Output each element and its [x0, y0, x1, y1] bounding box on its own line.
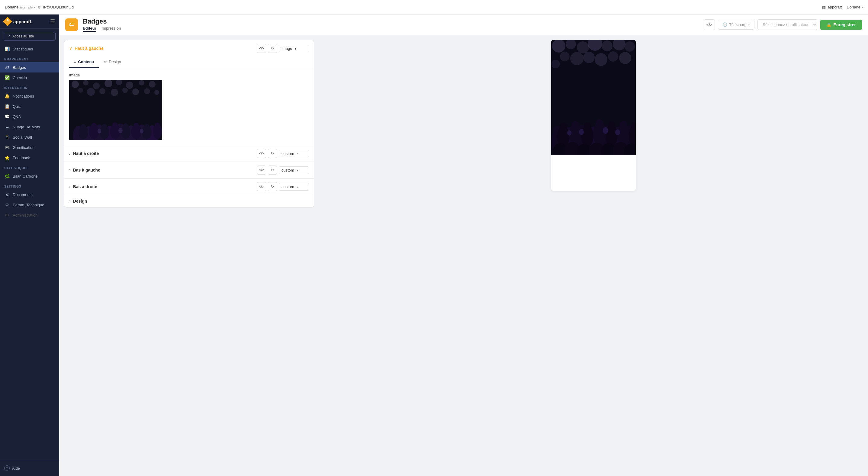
svg-point-50	[118, 128, 123, 133]
image-preview[interactable]	[69, 80, 162, 140]
topbar: Doriane Exemple ▾ # IPtoODQLktuhOd ▦ app…	[0, 0, 868, 14]
haut-droite-refresh-btn[interactable]: ↻	[268, 149, 277, 158]
chevron-down-icon: ▾	[34, 5, 35, 9]
sidebar-item-param[interactable]: ⚙ Param. Technique	[0, 200, 59, 210]
access-site-button[interactable]: ↗ Accès au site	[4, 32, 56, 41]
page-header: 🏷 Badges Editeur Impression </> 🕐 Téléch…	[59, 14, 868, 35]
bas-gauche-type-select[interactable]: custom ›	[279, 166, 309, 174]
refresh-icon: ↻	[271, 46, 274, 51]
topbar-right: ▦ appcraft Doriane ▾	[822, 5, 863, 9]
gamification-label: Gamification	[13, 145, 34, 150]
sidebar-item-badges[interactable]: 🏷 Badges	[0, 62, 59, 72]
svg-point-59	[625, 41, 635, 52]
sidebar-item-quiz[interactable]: 📋 Quiz	[0, 101, 59, 112]
main-split: ∨ Haut à gauche </> ↻ image ▾	[59, 35, 868, 476]
svg-point-4	[104, 80, 112, 87]
sidebar-item-feedback[interactable]: ⭐ Feedback	[0, 153, 59, 163]
svg-point-86	[584, 122, 591, 130]
bas-droite-code-btn[interactable]: </>	[257, 182, 266, 191]
topbar-user-section[interactable]: Doriane Exemple ▾	[5, 5, 35, 9]
grid-icon: ▦	[822, 5, 826, 9]
chevron-right-icon-3: ›	[69, 184, 71, 189]
topbar-appcraft[interactable]: ▦ appcraft	[822, 5, 842, 9]
help-icon: ?	[4, 466, 10, 471]
sidebar-item-nuage[interactable]: ☁ Nuage De Mots	[0, 122, 59, 132]
nuage-icon: ☁	[4, 124, 10, 129]
page-tabs: Editeur Impression	[83, 25, 126, 32]
section-type-select[interactable]: image ▾	[279, 45, 309, 52]
topbar-sub: Exemple	[20, 5, 33, 9]
save-label: Enregistrer	[833, 22, 856, 27]
content-tabs: ≡ Contenu ✏ Design	[64, 57, 314, 68]
help-button[interactable]: ? Aide	[0, 463, 59, 474]
bas-gauche-code-btn[interactable]: </>	[257, 165, 266, 174]
svg-point-60	[560, 52, 569, 61]
svg-point-62	[583, 52, 595, 63]
save-button[interactable]: 🔒 Enregistrer	[820, 20, 862, 30]
svg-point-90	[608, 121, 615, 129]
section-haut-gauche-header[interactable]: ∨ Haut à gauche </> ↻ image ▾	[64, 40, 314, 57]
contenu-label: Contenu	[78, 60, 94, 64]
notifications-icon: 🔔	[4, 94, 10, 98]
refresh-icon-4: ↻	[271, 185, 274, 189]
download-label: Télécharger	[729, 22, 750, 27]
svg-point-61	[570, 52, 584, 65]
svg-point-13	[122, 88, 128, 93]
section-interaction: INTERACTION	[0, 83, 59, 91]
svg-point-84	[572, 121, 579, 128]
design-row-title: Design	[73, 199, 87, 203]
tab-contenu[interactable]: ≡ Contenu	[69, 57, 99, 68]
caret-right-icon-2: ›	[297, 168, 298, 172]
svg-point-66	[552, 60, 560, 68]
svg-point-7	[139, 80, 144, 86]
quiz-icon: 📋	[4, 104, 10, 109]
code-icon-small: </>	[259, 46, 264, 51]
section-bas-droite: › Bas à droite </> ↻ custom ›	[64, 178, 314, 195]
haut-droite-type-value: custom	[281, 151, 294, 156]
section-refresh-button[interactable]: ↻	[268, 44, 277, 53]
svg-point-57	[601, 40, 613, 51]
appcraft-label: appcraft	[828, 5, 842, 9]
user-select[interactable]: Sélectionnez un utilisateur	[757, 19, 817, 30]
badges-label: Badges	[13, 65, 26, 70]
chevron-down-icon-2: ▾	[862, 5, 863, 9]
svg-point-36	[91, 123, 97, 128]
checkin-icon: ✅	[4, 75, 10, 80]
sidebar-item-gamification[interactable]: 🎮 Gamification	[0, 142, 59, 153]
sidebar-item-qa[interactable]: 💬 Q&A	[0, 112, 59, 122]
hash-symbol: #	[38, 4, 40, 10]
sidebar-item-statistiques[interactable]: 📊 Statistiques	[0, 44, 59, 54]
sidebar-item-documents[interactable]: 🖨 Documents	[0, 189, 59, 200]
tab-impression[interactable]: Impression	[102, 25, 121, 32]
qa-icon: 💬	[4, 114, 10, 119]
svg-point-8	[149, 81, 156, 88]
sidebar-item-social-wall[interactable]: 📱 Social Wall	[0, 132, 59, 142]
haut-droite-code-btn[interactable]: </>	[257, 149, 266, 158]
bas-droite-type-select[interactable]: custom ›	[279, 183, 309, 191]
sidebar-bottom: ? Aide	[0, 460, 59, 476]
code-icon-2: </>	[259, 151, 264, 156]
code-button[interactable]: </>	[704, 19, 715, 30]
section-code-button[interactable]: </>	[257, 44, 266, 53]
hamburger-icon[interactable]: ☰	[50, 18, 55, 25]
documents-icon: 🖨	[4, 192, 10, 197]
sidebar-item-admin[interactable]: ⚙ Administration	[0, 210, 59, 220]
sidebar-item-notifications[interactable]: 🔔 Notifications	[0, 91, 59, 101]
topbar-left: Doriane Exemple ▾ # IPtoODQLktuhOd	[5, 4, 74, 10]
svg-point-53	[552, 40, 565, 53]
code-icon-4: </>	[259, 185, 264, 189]
download-button[interactable]: 🕐 Télécharger	[718, 20, 754, 30]
tab-editeur[interactable]: Editeur	[83, 25, 96, 32]
lock-icon: 🔒	[826, 22, 832, 27]
svg-point-49	[98, 129, 101, 133]
topbar-doriane[interactable]: Doriane ▾	[846, 5, 863, 9]
haut-droite-type-select[interactable]: custom ›	[279, 150, 309, 157]
sidebar-item-bilan[interactable]: 🌿 Bilan Carbone	[0, 171, 59, 181]
preview-image	[551, 40, 636, 155]
tab-design[interactable]: ✏ Design	[99, 57, 126, 68]
sidebar-item-checkin[interactable]: ✅ Checkin	[0, 72, 59, 83]
bas-droite-refresh-btn[interactable]: ↻	[268, 182, 277, 191]
svg-point-92	[620, 121, 627, 128]
svg-point-40	[112, 122, 118, 128]
bas-gauche-refresh-btn[interactable]: ↻	[268, 165, 277, 174]
